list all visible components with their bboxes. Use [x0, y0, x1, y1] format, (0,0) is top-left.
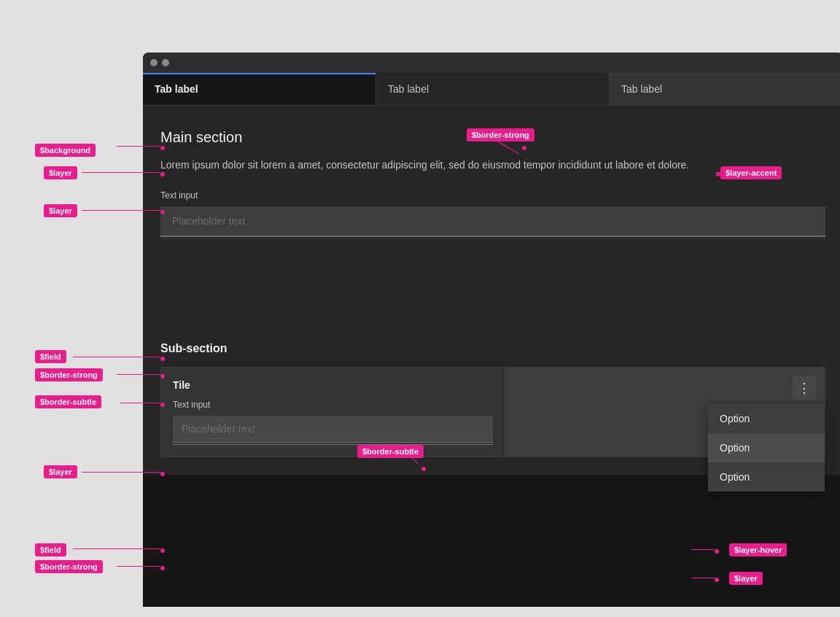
annotation-dot-border-strong-3 — [160, 566, 165, 570]
annotation-field-2: $field — [35, 543, 66, 556]
tile-left: Tile Text input — [161, 368, 505, 457]
window-dot-1 — [150, 59, 158, 66]
annotation-dot-border-strong-1 — [522, 146, 526, 150]
dropdown-option-1[interactable]: Option — [708, 404, 825, 433]
tab-label-1: Tab label — [155, 83, 198, 95]
text-input-label: Text input — [160, 190, 825, 201]
sub-content: Sub-section Tile Text input ⋮ Option — [143, 325, 840, 475]
annotation-background: $background — [35, 144, 96, 157]
tab-2[interactable]: Tab label — [376, 73, 610, 105]
annotation-layer-1: $layer — [44, 166, 77, 179]
annotation-dot-layer-3 — [160, 472, 165, 476]
text-input-field[interactable] — [160, 206, 825, 236]
annotation-line-layer-final — [691, 578, 715, 578]
dropdown-menu: Option Option Option — [708, 404, 825, 492]
tile-title: Tile — [173, 379, 493, 391]
annotation-line-layer-hover — [691, 549, 715, 550]
annotation-border-strong-2: $border-strong — [35, 368, 103, 381]
annotation-border-subtle-2: $border-subtle — [357, 445, 424, 458]
annotation-dot-field-1 — [160, 357, 165, 361]
border-strong-line — [160, 236, 825, 237]
annotation-dot-layer-2 — [160, 210, 165, 214]
dropdown-option-label-2: Option — [720, 442, 750, 454]
annotation-dot-border-strong-2 — [160, 374, 165, 379]
annotation-border-strong-3: $border-strong — [35, 560, 103, 573]
dropdown-option-label-1: Option — [720, 413, 750, 424]
annotation-dot-layer-accent — [716, 172, 720, 176]
annotation-line-layer-2 — [82, 210, 160, 211]
annotation-dot-field-2 — [160, 548, 165, 553]
window-dot-2 — [162, 59, 169, 66]
titlebar — [143, 53, 840, 73]
tile-row: Tile Text input ⋮ Option Option — [160, 367, 825, 457]
tile-right: ⋮ Option Option Option — [505, 368, 825, 457]
annotation-border-subtle-1: $border-subtle — [35, 395, 101, 408]
dropdown-option-label-3: Option — [720, 471, 750, 483]
annotation-dot-background — [160, 146, 165, 150]
tab-bar: Tab label Tab label Tab label — [143, 73, 840, 106]
dropdown-option-3[interactable]: Option — [708, 462, 825, 492]
border-subtle-line — [160, 238, 825, 239]
annotation-line-border-strong-3 — [117, 566, 160, 567]
tab-label-2: Tab label — [388, 83, 429, 95]
annotation-layer-accent: $layer-accent — [720, 166, 782, 179]
annotation-dot-layer-hover — [715, 549, 719, 554]
annotation-layer-3: $layer — [44, 465, 77, 478]
annotation-line-field-1 — [73, 357, 160, 357]
tile-text-input[interactable] — [173, 416, 493, 443]
annotation-line-background — [117, 146, 160, 147]
annotation-layer-2: $layer — [44, 204, 77, 217]
annotation-line-layer-1 — [82, 172, 160, 173]
tab-label-3: Tab label — [621, 83, 662, 95]
tile-border-strong — [173, 444, 493, 445]
annotation-line-border-subtle-1 — [120, 403, 160, 403]
tile-field-label: Text input — [173, 400, 493, 410]
annotation-line-layer-3 — [82, 472, 160, 473]
annotation-line-border-strong-2 — [117, 374, 160, 375]
annotation-layer-final: $layer — [729, 572, 763, 585]
annotation-dot-border-subtle-2 — [421, 467, 426, 471]
text-input-wrapper — [160, 206, 825, 236]
annotation-line-field-2 — [73, 548, 160, 549]
sub-section-title: Sub-section — [160, 342, 825, 355]
annotation-layer-hover: $layer-hover — [729, 543, 787, 556]
dropdown-option-2[interactable]: Option — [708, 433, 825, 462]
annotation-border-strong-1: $border-strong — [467, 128, 534, 141]
annotation-dot-layer-1 — [160, 172, 165, 176]
overflow-icon: ⋮ — [798, 380, 811, 396]
tab-1[interactable]: Tab label — [143, 73, 376, 105]
tab-3[interactable]: Tab label — [610, 73, 840, 105]
overflow-menu-button[interactable]: ⋮ — [793, 376, 816, 400]
annotation-field-1: $field — [35, 350, 66, 363]
annotation-dot-border-subtle-1 — [160, 403, 165, 407]
annotation-dot-layer-final — [715, 578, 719, 582]
